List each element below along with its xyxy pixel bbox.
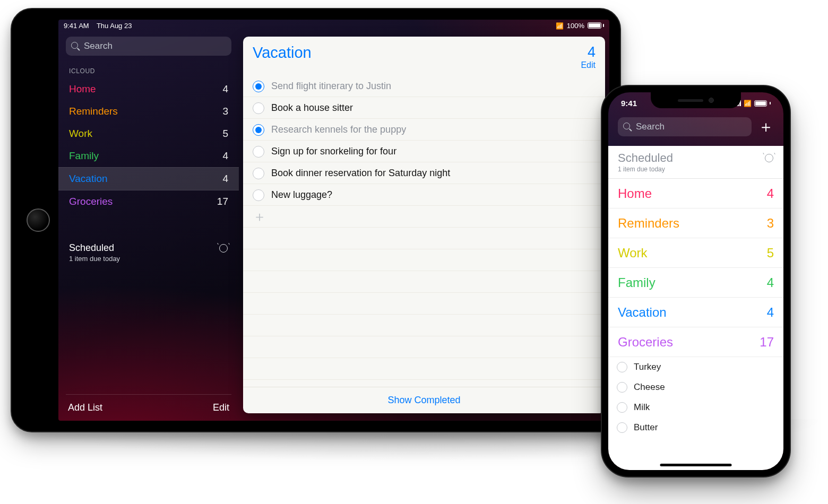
scheduled-title: Scheduled	[618, 151, 673, 165]
sidebar-item-family[interactable]: Family4	[66, 145, 231, 167]
list-name: Family	[69, 150, 99, 162]
task-text: Send flight itinerary to Justin	[271, 81, 391, 92]
task-text: Book a house sitter	[271, 102, 353, 114]
iphone-notch	[651, 92, 741, 108]
task-row[interactable]: New luggage?	[243, 184, 605, 206]
task-text: Research kennels for the puppy	[271, 124, 406, 135]
list-count: 4	[767, 186, 774, 201]
search-input[interactable]: Search	[66, 37, 231, 56]
detail-edit-button[interactable]: Edit	[581, 60, 596, 70]
list-count: 4	[767, 275, 774, 290]
search-input[interactable]: Search	[618, 117, 752, 136]
list-name: Family	[618, 275, 656, 290]
detail-pane: Vacation 4 Edit Send flight itinerary to…	[243, 37, 605, 413]
search-placeholder: Search	[636, 121, 665, 132]
task-checkbox[interactable]	[253, 168, 264, 179]
list-count: 17	[760, 335, 774, 350]
alarm-icon	[219, 244, 228, 253]
show-completed-button[interactable]: Show Completed	[243, 387, 605, 413]
list-name: Groceries	[618, 335, 673, 350]
list-name: Work	[69, 128, 92, 140]
list-name: Reminders	[69, 106, 118, 117]
list-count: 17	[217, 196, 228, 207]
task-checkbox[interactable]	[253, 124, 264, 136]
list-count: 4	[222, 150, 228, 162]
sidebar-item-groceries[interactable]: Groceries17	[66, 190, 231, 213]
list-count: 3	[767, 216, 774, 231]
status-date: Thu Aug 23	[97, 22, 132, 30]
sidebar-edit-button[interactable]: Edit	[213, 402, 229, 413]
list-name: Vacation	[69, 173, 108, 185]
task-text: New luggage?	[271, 189, 332, 201]
list-count: 5	[767, 246, 774, 260]
add-list-button[interactable]: Add List	[68, 402, 102, 413]
scheduled-subtitle: 1 item due today	[69, 255, 228, 263]
sidebar-item-home[interactable]: Home4	[66, 78, 231, 100]
list-item-family[interactable]: Family4	[608, 268, 783, 298]
list-count: 4	[222, 173, 228, 185]
item-checkbox[interactable]	[617, 382, 627, 393]
list-item-home[interactable]: Home4	[608, 179, 783, 208]
grocery-item[interactable]: Cheese	[608, 377, 783, 397]
alarm-icon	[764, 153, 774, 163]
task-row[interactable]: Research kennels for the puppy	[243, 119, 605, 141]
list-item-vacation[interactable]: Vacation4	[608, 298, 783, 327]
item-text: Turkey	[634, 362, 661, 372]
item-text: Cheese	[634, 382, 665, 393]
wifi-icon	[556, 22, 564, 30]
section-label: ICLOUD	[69, 67, 228, 75]
detail-title: Vacation	[253, 44, 312, 62]
sidebar-item-vacation[interactable]: Vacation4	[58, 167, 239, 190]
sidebar-scheduled[interactable]: Scheduled 1 item due today	[66, 239, 231, 266]
task-row[interactable]: Send flight itinerary to Justin	[243, 75, 605, 97]
battery-percent: 100%	[567, 22, 584, 30]
list-item-reminders[interactable]: Reminders3	[608, 208, 783, 238]
battery-icon	[588, 22, 604, 29]
grocery-item[interactable]: Turkey	[608, 357, 783, 377]
task-checkbox[interactable]	[253, 102, 264, 114]
sidebar: Search ICLOUD Home4Reminders3Work5Family…	[58, 31, 239, 421]
sidebar-item-reminders[interactable]: Reminders3	[66, 100, 231, 123]
status-time: 9:41 AM	[64, 22, 89, 30]
list-count: 4	[222, 83, 228, 95]
iphone-device: 9:41 Search ＋ Scheduled 1 item due today	[601, 85, 791, 477]
task-checkbox[interactable]	[253, 146, 264, 158]
scheduled-title: Scheduled	[69, 242, 114, 254]
task-checkbox[interactable]	[253, 81, 264, 92]
wifi-icon	[744, 100, 752, 107]
list-item-groceries[interactable]: Groceries17	[608, 327, 783, 357]
ipad-device: 9:41 AM Thu Aug 23 100% Search ICLOUD Ho…	[11, 8, 621, 432]
list-name: Reminders	[618, 216, 679, 231]
add-button[interactable]: ＋	[758, 119, 774, 135]
battery-icon	[754, 100, 767, 107]
item-text: Butter	[634, 422, 658, 433]
list-count: 3	[222, 106, 228, 117]
grocery-item[interactable]: Butter	[608, 418, 783, 438]
item-checkbox[interactable]	[617, 422, 627, 433]
search-icon	[71, 42, 80, 50]
ipad-home-button[interactable]	[27, 208, 50, 232]
item-text: Milk	[634, 402, 650, 413]
item-checkbox[interactable]	[617, 402, 627, 413]
list-name: Home	[69, 83, 96, 95]
home-indicator[interactable]	[660, 464, 732, 466]
search-icon	[623, 123, 632, 131]
ipad-status-bar: 9:41 AM Thu Aug 23 100%	[58, 20, 609, 31]
list-name: Home	[618, 186, 652, 201]
detail-count: 4	[581, 44, 596, 60]
list-count: 5	[222, 128, 228, 140]
task-row[interactable]: Sign up for snorkeling for four	[243, 141, 605, 162]
task-checkbox[interactable]	[253, 189, 264, 201]
add-task-button[interactable]: ＋	[243, 206, 605, 228]
task-row[interactable]: Book dinner reservation for Saturday nig…	[243, 162, 605, 184]
list-item-work[interactable]: Work5	[608, 238, 783, 268]
sidebar-item-work[interactable]: Work5	[66, 123, 231, 145]
status-time: 9:41	[621, 99, 637, 108]
task-row[interactable]: Book a house sitter	[243, 97, 605, 119]
task-text: Sign up for snorkeling for four	[271, 146, 396, 157]
grocery-item[interactable]: Milk	[608, 397, 783, 418]
list-name: Vacation	[618, 305, 667, 320]
item-checkbox[interactable]	[617, 362, 627, 372]
scheduled-header[interactable]: Scheduled 1 item due today	[608, 146, 783, 179]
list-name: Groceries	[69, 196, 113, 207]
